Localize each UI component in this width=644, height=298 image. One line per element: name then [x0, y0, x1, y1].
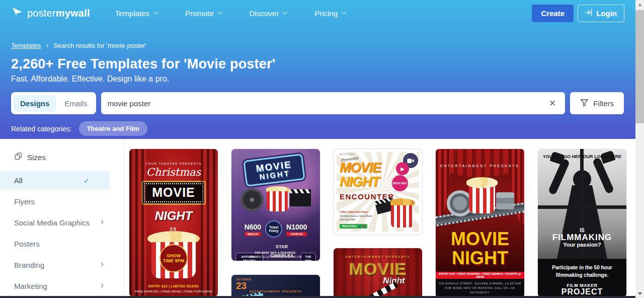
breadcrumb-templates-link[interactable]: Templates	[11, 42, 41, 49]
poster-date-badge: 28TH DEC	[392, 175, 408, 191]
template-thumbnail-red-movie-night[interactable]: ENTERTAINMENT PRESENTS MOVIE Night	[334, 248, 422, 298]
curtain-decor	[129, 149, 146, 296]
search-type-tabs: Designs Emails	[11, 92, 96, 114]
popcorn-bucket-decor	[267, 191, 289, 211]
bottom-divider	[0, 296, 635, 298]
page: postermywall Templates Promote Discover …	[0, 0, 635, 298]
clapperboard-decor	[290, 189, 311, 206]
chevron-down-icon	[341, 9, 346, 14]
poster-question-line3: Your passion?	[538, 242, 626, 248]
grid-column-3: ◉ XYZ studios Presents MOVIE NIGHT ENCOU…	[334, 149, 422, 298]
nav-item-promote[interactable]: Promote	[185, 9, 221, 18]
scrollbar-thumb[interactable]	[635, 10, 644, 123]
popcorn-decor	[466, 177, 498, 188]
poster-info-line: FOR MORE INFO & ENQUIRIES:	[231, 252, 320, 254]
poster-price-couples: N1000	[286, 223, 307, 231]
grid-column-5: YOUR LOGO HERE YOUR LOGO HERE IS FILMMAK…	[538, 149, 626, 297]
brand-logo[interactable]: postermywall	[11, 6, 90, 20]
nav-item-discover[interactable]: Discover	[250, 9, 286, 18]
top-navigation: postermywall Templates Promote Discover …	[0, 0, 635, 26]
checkmark-icon: ✓	[83, 176, 90, 185]
poster-presents-text: ENTERTAINMENT PRESENTS	[436, 164, 524, 168]
poster-studio-logo: ◉ XYZ studios	[340, 153, 354, 156]
scroll-down-button[interactable]	[635, 289, 644, 298]
poster-showtime-badge: SHOW TIME 9PM	[159, 244, 188, 272]
sidebar-item-posters[interactable]: Posters	[0, 235, 124, 253]
chevron-right-icon: ›	[101, 280, 104, 289]
hero-header: postermywall Templates Promote Discover …	[0, 0, 635, 139]
filters-button[interactable]: Filters	[570, 92, 624, 114]
breadcrumb-separator: ›	[46, 41, 48, 49]
sidebar-item-branding[interactable]: Branding ›	[0, 256, 124, 274]
sidebar-item-marketing[interactable]: Marketing ›	[0, 277, 124, 295]
poster-title: MOVIE	[141, 181, 206, 205]
sidebar-item-all[interactable]: All ✓	[0, 171, 110, 190]
poster-title: MOVIE	[436, 229, 524, 250]
funnel-icon	[580, 99, 589, 108]
facebook-dot-icon	[359, 226, 361, 228]
template-thumbnail-christmas-movie-night[interactable]: YOUR THEATER PRESENTS Christmas MOVIE NI…	[129, 149, 218, 296]
search-input[interactable]	[107, 99, 546, 108]
template-thumbnail-movie-night-encounter[interactable]: ◉ XYZ studios Presents MOVIE NIGHT ENCOU…	[334, 149, 422, 235]
template-thumbnail-purple-movie-night[interactable]: MOVIE NIGHT N600SINGLES Ticket Policy N1…	[231, 149, 320, 261]
related-pill-theatre-and-film[interactable]: Theatre and Film	[79, 121, 147, 136]
tab-designs[interactable]: Designs	[13, 95, 56, 112]
chevron-down-icon	[282, 9, 287, 14]
curtain-decor	[201, 149, 218, 296]
sidebar-item-flyers[interactable]: Flyers	[0, 192, 124, 211]
tab-emails[interactable]: Emails	[57, 95, 94, 112]
poster-entry-line: ENTRY $10 | LIMITED SEARS	[129, 284, 218, 288]
sidebar-header: Sizes	[14, 152, 124, 162]
arrow-up-icon	[638, 4, 642, 6]
grid-column-4: ENTERTAINMENT PRESENTS MOVIE NIGHT ENTRY…	[436, 149, 524, 297]
vertical-scrollbar[interactable]	[635, 0, 644, 298]
poster-title: MOVIE	[340, 160, 381, 176]
sizes-sidebar: Sizes All ✓ Flyers Social Media Graphics…	[0, 139, 124, 298]
poster-footer: Participate in the 50 hourfilmmaking cha…	[538, 259, 626, 297]
popcorn-bucket-decor	[391, 205, 413, 228]
page-subtitle: Fast. Affordable. Effective. Design like…	[11, 74, 169, 84]
nav-item-pricing[interactable]: Pricing	[314, 9, 345, 18]
search-box: ✕	[101, 92, 565, 114]
marquee-sign-decor: MOVIE NIGHT	[243, 154, 305, 187]
create-button[interactable]: Create	[532, 5, 574, 22]
brand-name: postermywall	[27, 8, 90, 19]
chevron-right-icon: ›	[101, 216, 104, 226]
template-thumbnail-movie-night-yellow[interactable]: ENTERTAINMENT PRESENTS MOVIE NIGHT ENTRY…	[436, 149, 524, 297]
login-button[interactable]: Login	[578, 5, 624, 22]
grid-column-1: YOUR THEATER PRESENTS Christmas MOVIE NI…	[129, 149, 218, 296]
template-thumbnail-filmmaking-project[interactable]: YOUR LOGO HERE YOUR LOGO HERE IS FILMMAK…	[538, 149, 626, 297]
search-row: Designs Emails ✕ Filters	[11, 92, 624, 114]
poster-subtitle: NIGHT	[436, 248, 524, 269]
poster-presents-text: YOUR THEATER PRESENTS	[129, 162, 218, 165]
poster-question-line2: FILMMAKING	[538, 233, 626, 243]
poster-footer: 315 DONALD STREET, SQUARE GARDEN, LA 527…	[436, 279, 524, 297]
poster-subtitle: NIGHT	[340, 174, 379, 190]
chevron-down-icon	[153, 9, 158, 14]
scroll-up-button[interactable]	[635, 0, 644, 9]
window-frame-decor	[538, 205, 626, 209]
poster-perks-line: FREE PARKING | FREE DRINK | FREE POPCORN…	[129, 290, 218, 293]
nav-item-templates[interactable]: Templates	[115, 9, 157, 18]
breadcrumb-current: Search results for 'movie poster'	[53, 42, 146, 49]
film-cans-decor	[496, 192, 514, 209]
poster-contact-line: CALL : 000 111 222 | WWW.WEBSITENAME.COM	[231, 256, 320, 258]
chevron-down-icon	[217, 9, 222, 14]
page-title: 2,260+ Free Templates for 'Movie poster'	[11, 56, 275, 72]
poster-price-singles: N600	[245, 223, 261, 231]
poster-brand-line2: PROJECT	[538, 287, 626, 296]
template-thumbnail-halloween-movie[interactable]: OCTOBER 23 ENTERTAINMENT PRESENTS HALLOW…	[231, 275, 320, 298]
poster-address: 5 West Valley Park Place 234 West Avenue…	[340, 210, 372, 221]
film-reel-decor	[240, 188, 264, 211]
paper-plane-icon	[11, 6, 23, 20]
related-categories-label: Related categories:	[11, 125, 72, 133]
play-icon: ▶	[396, 162, 409, 175]
poster-logo-placeholder: YOUR LOGO HERE	[543, 154, 585, 159]
clear-search-button[interactable]: ✕	[546, 96, 559, 111]
sidebar-item-social-media-graphics[interactable]: Social Media Graphics ›	[0, 213, 124, 232]
chevron-right-icon: ›	[101, 259, 104, 268]
poster-watch-online-badge: Watch Online	[340, 224, 367, 229]
sizes-icon	[14, 152, 23, 162]
arrow-down-icon	[638, 292, 642, 295]
nav-menu: Templates Promote Discover Pricing	[115, 9, 345, 18]
